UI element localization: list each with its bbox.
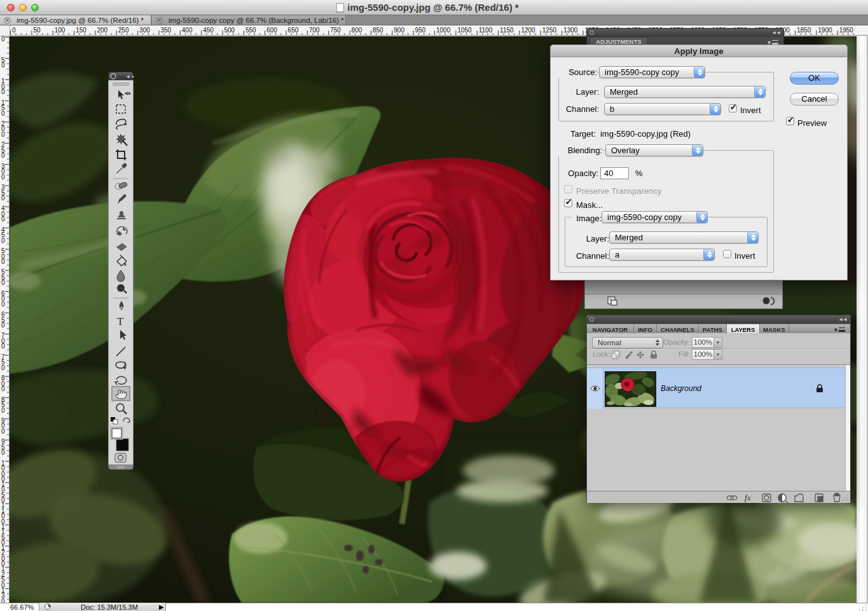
svg-text:0: 0 [1, 322, 5, 329]
svg-text:100: 100 [55, 27, 65, 34]
svg-text:0: 0 [12, 27, 16, 34]
svg-text:250: 250 [118, 27, 129, 34]
svg-text:550: 550 [245, 27, 256, 34]
svg-text:0: 0 [1, 195, 5, 202]
svg-text:0: 0 [1, 237, 5, 244]
svg-text:fx: fx [745, 493, 751, 502]
svg-text:1000: 1000 [436, 27, 451, 34]
svg-text:700: 700 [309, 27, 320, 34]
svg-text:1050: 1050 [457, 27, 472, 34]
svg-text:T: T [117, 315, 124, 327]
svg-text:0: 0 [1, 258, 5, 265]
svg-text:0: 0 [1, 385, 5, 392]
svg-text:850: 850 [373, 27, 383, 34]
svg-text:1950: 1950 [839, 27, 854, 34]
svg-text:0: 0 [1, 131, 5, 138]
svg-text:1250: 1250 [542, 27, 557, 34]
svg-text:600: 600 [266, 27, 277, 34]
svg-text:0: 0 [1, 428, 5, 435]
svg-text:200: 200 [97, 27, 107, 34]
svg-text:0: 0 [1, 301, 5, 308]
svg-text:50: 50 [33, 27, 41, 34]
svg-text:450: 450 [203, 27, 214, 34]
svg-text:0: 0 [1, 343, 5, 350]
svg-text:◄◄: ◄◄ [125, 74, 134, 79]
svg-text:1100: 1100 [479, 27, 493, 34]
svg-text:0: 0 [1, 110, 5, 117]
svg-text:0: 0 [1, 174, 5, 181]
svg-text:1200: 1200 [521, 27, 535, 34]
svg-text:650: 650 [288, 27, 299, 34]
svg-text:0: 0 [1, 364, 5, 371]
svg-text:500: 500 [224, 27, 235, 34]
svg-text:0: 0 [1, 88, 5, 95]
svg-text:350: 350 [161, 27, 172, 34]
svg-text:900: 900 [394, 27, 404, 34]
svg-text:1900: 1900 [818, 27, 832, 34]
svg-text:950: 950 [415, 27, 426, 34]
svg-text:0: 0 [1, 152, 5, 159]
svg-text:0: 0 [1, 36, 5, 43]
svg-text:400: 400 [182, 27, 193, 34]
svg-text:0: 0 [1, 279, 5, 286]
svg-text:800: 800 [352, 27, 362, 34]
svg-text:0: 0 [1, 407, 5, 414]
svg-text:750: 750 [330, 27, 341, 34]
svg-text:1300: 1300 [563, 27, 578, 34]
svg-text:1150: 1150 [500, 27, 514, 34]
svg-text:0: 0 [1, 62, 5, 69]
svg-text:300: 300 [139, 27, 150, 34]
svg-text:0: 0 [1, 449, 5, 456]
svg-text:150: 150 [76, 27, 86, 34]
svg-text:0: 0 [1, 216, 5, 223]
svg-text:1850: 1850 [797, 27, 811, 34]
